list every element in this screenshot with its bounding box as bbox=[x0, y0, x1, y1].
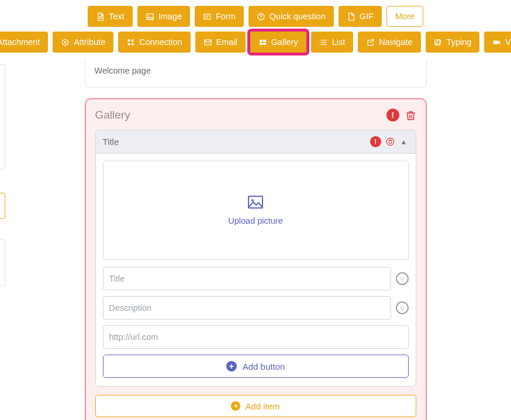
toolbar: Text Image Form Quick question GIF More bbox=[0, 0, 511, 60]
attribute-button[interactable]: Attribute bbox=[53, 32, 113, 53]
video-button-label: Video bbox=[505, 37, 511, 47]
gallery-item-body: Upload picture bbox=[96, 154, 416, 386]
trash-icon bbox=[405, 109, 416, 122]
grid-icon bbox=[126, 38, 135, 47]
connection-button-label: Connection bbox=[139, 37, 182, 47]
svg-point-21 bbox=[386, 138, 394, 145]
gallery-grid-icon bbox=[258, 38, 267, 47]
svg-point-24 bbox=[400, 277, 402, 279]
emoji-smile-icon bbox=[399, 304, 406, 311]
svg-point-4 bbox=[261, 18, 261, 18]
navigate-button[interactable]: Navigate bbox=[358, 32, 420, 53]
svg-point-18 bbox=[320, 44, 321, 45]
svg-rect-9 bbox=[128, 43, 130, 45]
trash-icon bbox=[386, 137, 395, 147]
svg-rect-22 bbox=[248, 196, 263, 208]
emoji-smile-icon bbox=[399, 275, 406, 282]
text-button-label: Text bbox=[109, 12, 125, 21]
list-button-label: List bbox=[332, 37, 346, 47]
list-icon bbox=[319, 38, 328, 47]
attachment-button[interactable]: Attachment bbox=[0, 32, 48, 53]
plus-circle-icon: + bbox=[231, 401, 240, 411]
collapse-toggle[interactable]: ▲ bbox=[399, 138, 409, 146]
chevron-up-icon: ▲ bbox=[400, 138, 408, 146]
svg-rect-13 bbox=[263, 40, 266, 42]
svg-point-16 bbox=[320, 39, 321, 40]
svg-point-26 bbox=[400, 307, 402, 308]
image-icon bbox=[146, 12, 154, 21]
svg-point-23 bbox=[251, 199, 254, 202]
description-input[interactable] bbox=[103, 296, 391, 320]
side-panel-fragment bbox=[0, 239, 5, 286]
attachment-button-label: Attachment bbox=[0, 37, 40, 47]
video-button[interactable]: Video bbox=[484, 32, 511, 53]
quick-question-button[interactable]: Quick question bbox=[248, 6, 334, 27]
svg-rect-8 bbox=[132, 39, 134, 41]
gallery-block-header: Gallery ! bbox=[95, 109, 416, 122]
add-button-label: Add button bbox=[243, 362, 285, 372]
svg-point-27 bbox=[403, 307, 404, 308]
upload-picture-label: Upload picture bbox=[228, 216, 283, 225]
item-error-badge-icon[interactable]: ! bbox=[370, 136, 381, 147]
form-button[interactable]: Form bbox=[195, 6, 244, 27]
mail-icon bbox=[203, 38, 212, 47]
svg-point-17 bbox=[320, 41, 321, 43]
emoji-picker-button[interactable] bbox=[396, 301, 409, 314]
gif-button[interactable]: GIF bbox=[339, 6, 382, 27]
form-button-label: Form bbox=[216, 12, 236, 21]
more-button-label: More bbox=[395, 12, 415, 21]
email-button[interactable]: Email bbox=[195, 32, 246, 53]
gif-button-label: GIF bbox=[360, 12, 374, 21]
circle-dot-icon bbox=[61, 38, 70, 47]
gif-file-icon bbox=[347, 12, 355, 21]
question-circle-icon bbox=[257, 12, 265, 21]
delete-gallery-button[interactable] bbox=[405, 109, 416, 122]
file-text-icon bbox=[96, 12, 105, 21]
form-icon bbox=[203, 12, 212, 21]
svg-rect-12 bbox=[260, 40, 263, 42]
emoji-picker-button[interactable] bbox=[396, 272, 409, 285]
add-button-button[interactable]: + Add button bbox=[103, 355, 409, 378]
svg-point-25 bbox=[403, 277, 404, 279]
connection-button[interactable]: Connection bbox=[118, 32, 190, 53]
side-panel-fragment bbox=[0, 64, 5, 169]
typing-button[interactable]: Typing bbox=[426, 32, 480, 53]
svg-rect-7 bbox=[128, 39, 130, 41]
more-button[interactable]: More bbox=[386, 6, 423, 27]
attribute-button-label: Attribute bbox=[74, 37, 105, 47]
url-input[interactable] bbox=[103, 325, 409, 349]
upload-picture-area[interactable]: Upload picture bbox=[103, 161, 409, 260]
picture-icon bbox=[247, 195, 264, 209]
plus-circle-icon: + bbox=[226, 361, 237, 372]
gallery-button[interactable]: Gallery bbox=[250, 32, 306, 53]
gallery-block-title: Gallery bbox=[95, 109, 130, 122]
quick-question-button-label: Quick question bbox=[270, 12, 326, 21]
toolbar-row-1: Text Image Form Quick question GIF More bbox=[0, 6, 511, 27]
svg-rect-14 bbox=[260, 43, 263, 45]
typing-button-label: Typing bbox=[447, 37, 472, 47]
gallery-block: Gallery ! Title ! bbox=[85, 98, 427, 420]
toolbar-row-2: Attachment Attribute Connection Email Ga… bbox=[0, 32, 511, 53]
text-button[interactable]: Text bbox=[88, 6, 133, 27]
svg-rect-20 bbox=[493, 40, 498, 44]
side-panel-fragment-active bbox=[0, 193, 5, 219]
add-item-button[interactable]: + Add item bbox=[95, 395, 416, 417]
svg-rect-15 bbox=[263, 43, 266, 45]
pencil-square-icon bbox=[434, 38, 443, 47]
svg-point-1 bbox=[148, 15, 149, 16]
svg-point-6 bbox=[64, 41, 67, 43]
gallery-item-header[interactable]: Title ! ▲ bbox=[96, 130, 416, 154]
svg-rect-10 bbox=[132, 43, 134, 45]
email-button-label: Email bbox=[216, 37, 237, 47]
gallery-item-panel: Title ! ▲ bbox=[95, 130, 416, 387]
list-button[interactable]: List bbox=[311, 32, 354, 53]
welcome-page-card[interactable]: Welcome page bbox=[85, 60, 427, 88]
svg-rect-2 bbox=[204, 14, 210, 19]
image-button[interactable]: Image bbox=[137, 6, 190, 27]
title-input[interactable] bbox=[103, 267, 391, 290]
delete-item-button[interactable] bbox=[386, 137, 395, 147]
image-button-label: Image bbox=[158, 12, 182, 21]
add-item-label: Add item bbox=[245, 401, 279, 411]
error-badge-icon[interactable]: ! bbox=[386, 109, 399, 122]
video-icon bbox=[492, 38, 501, 47]
